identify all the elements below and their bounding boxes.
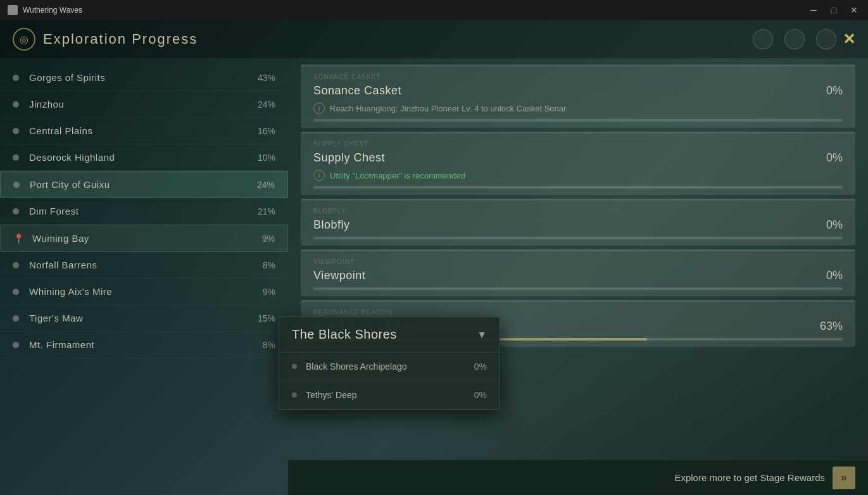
sidebar-item-central-plains[interactable]: Central Plains 16% (0, 118, 288, 144)
sidebar-item-jinzhou[interactable]: Jinzhou 24% (0, 91, 288, 118)
arrow-right-icon: » (841, 471, 847, 484)
card-info-text: Reach Huanglong: Jinzhou Pioneer Lv. 4 t… (330, 104, 568, 113)
card-viewpoint: VIEWPOINT Viewpoint 0% (301, 249, 855, 296)
main-content: Gorges of Spirits 43% Jinzhou 24% Centra… (0, 58, 868, 495)
card-header: Viewpoint 0% (313, 269, 843, 282)
sidebar-item-pct: 10% (247, 153, 275, 163)
card-pct: 0% (826, 269, 843, 282)
sidebar-item-label: Wuming Bay (32, 233, 246, 244)
sidebar-item-whining-aixs-mire[interactable]: Whining Aix's Mire 9% (0, 279, 288, 305)
card-info-text: Utility "Lootmapper" is recommended (330, 171, 465, 180)
sidebar-dot (13, 315, 19, 322)
card-pct: 0% (826, 218, 843, 232)
maximize-button[interactable]: □ (827, 5, 840, 15)
card-title: Sonance Casket (313, 84, 401, 97)
dropdown-item-tethys-deep[interactable]: Tethys' Deep 0% (279, 381, 500, 410)
card-blobfly: BLOBFLY Blobfly 0% (301, 199, 855, 246)
nav-icon-3[interactable] (816, 29, 836, 49)
sidebar-item-label: Mt. Firmament (29, 339, 247, 350)
sidebar-item-tigers-maw[interactable]: Tiger's Maw 15% (0, 305, 288, 332)
card-header: Blobfly 0% (313, 218, 843, 232)
sidebar-item-pct: 21% (247, 206, 275, 216)
sidebar-dot (13, 208, 19, 215)
titlebar-controls: ─ □ ✕ (807, 5, 860, 15)
card-pct: 0% (826, 151, 843, 165)
dropdown-header[interactable]: The Black Shores ▼ (279, 317, 500, 353)
card-title: Blobfly (313, 218, 350, 232)
sidebar-item-pct: 15% (247, 313, 275, 323)
header-logo: ◎ (13, 28, 35, 51)
sidebar-item-mt-firmament[interactable]: Mt. Firmament 8% (0, 332, 288, 358)
sidebar-item-pct: 8% (247, 340, 275, 350)
sidebar-item-pct: 16% (247, 126, 275, 136)
sidebar-item-pct: 9% (246, 234, 275, 244)
bottom-bar-text: Explore more to get Stage Rewards (674, 472, 825, 483)
dropdown-item-pct: 0% (474, 390, 487, 400)
titlebar-title: Wuthering Waves (23, 6, 807, 15)
card-sonance-casket: SONANCE CASKET Sonance Casket 0% i Reach… (301, 65, 855, 128)
header-right: ✕ (748, 29, 855, 49)
card-label-strip (301, 300, 855, 302)
minimize-button[interactable]: ─ (807, 5, 820, 15)
header: ◎ Exploration Progress ✕ (0, 20, 868, 58)
card-label-strip (301, 132, 855, 134)
info-icon: i (313, 170, 325, 181)
sidebar-item-pct: 24% (247, 99, 275, 110)
sidebar-item-desorock-highland[interactable]: Desorock Highland 10% (0, 144, 288, 171)
sidebar-item-pct: 8% (247, 260, 275, 270)
sidebar-item-pct: 9% (247, 287, 275, 297)
progress-bar (313, 186, 843, 189)
sidebar-dot (13, 128, 19, 134)
sidebar-item-port-city-of-guixu[interactable]: Port City of Guixu 24% (0, 171, 288, 198)
cross-icon[interactable]: ✕ (843, 30, 855, 48)
sidebar-dot (13, 154, 19, 161)
close-button[interactable]: ✕ (848, 5, 860, 15)
card-label-strip (301, 199, 855, 201)
card-label-strip (301, 249, 855, 251)
stage-rewards-button[interactable]: » (833, 467, 855, 489)
nav-icon-2[interactable] (784, 29, 805, 49)
card-header: Sonance Casket 0% (313, 84, 843, 97)
progress-bar (313, 287, 843, 290)
dropdown-title: The Black Shores (292, 327, 397, 342)
sidebar-item-label: Tiger's Maw (29, 313, 247, 323)
sidebar-item-wuming-bay[interactable]: 📍 Wuming Bay 9% (0, 225, 288, 252)
app-icon (8, 5, 18, 15)
sidebar-dot (13, 75, 19, 81)
sidebar-item-label: Dim Forest (29, 206, 247, 216)
card-label: RESONANCE BEACON (313, 309, 843, 316)
card-header: Supply Chest 0% (313, 151, 843, 165)
sidebar-item-label: Port City of Guixu (30, 179, 246, 190)
sidebar-item-label: Jinzhou (29, 99, 247, 110)
sidebar-item-gorges-of-spirits[interactable]: Gorges of Spirits 43% (0, 65, 288, 91)
sidebar: Gorges of Spirits 43% Jinzhou 24% Centra… (0, 58, 288, 495)
page-title: Exploration Progress (43, 31, 198, 47)
card-title: Viewpoint (313, 269, 365, 282)
dropdown-item-dot (292, 364, 297, 369)
card-label: SUPPLY CHEST (313, 141, 843, 147)
progress-bar (313, 119, 843, 122)
card-label: SONANCE CASKET (313, 73, 843, 80)
card-info: i Utility "Lootmapper" is recommended (313, 170, 843, 181)
sidebar-dot (13, 342, 19, 348)
card-supply-chest: SUPPLY CHEST Supply Chest 0% i Utility "… (301, 132, 855, 195)
sidebar-dot (13, 289, 19, 295)
location-icon: 📍 (13, 234, 23, 244)
dropdown-item-black-shores-archipelago[interactable]: Black Shores Archipelago 0% (279, 353, 500, 381)
titlebar: Wuthering Waves ─ □ ✕ (0, 0, 868, 20)
card-label: VIEWPOINT (313, 258, 843, 265)
sidebar-item-norfall-barrens[interactable]: Norfall Barrens 8% (0, 252, 288, 279)
card-pct: 0% (826, 84, 843, 97)
sidebar-dot (13, 182, 20, 188)
content-panel: SONANCE CASKET Sonance Casket 0% i Reach… (288, 58, 868, 495)
progress-bar (313, 237, 843, 239)
card-info: i Reach Huanglong: Jinzhou Pioneer Lv. 4… (313, 103, 843, 114)
nav-icon-1[interactable] (753, 29, 773, 49)
dropdown-item-pct: 0% (474, 361, 487, 372)
info-icon: i (313, 103, 325, 114)
dropdown-overlay: The Black Shores ▼ Black Shores Archipel… (279, 316, 500, 410)
sidebar-item-pct: 43% (247, 73, 275, 83)
chevron-down-icon: ▼ (477, 329, 487, 341)
sidebar-dot (13, 101, 19, 108)
sidebar-item-dim-forest[interactable]: Dim Forest 21% (0, 198, 288, 225)
